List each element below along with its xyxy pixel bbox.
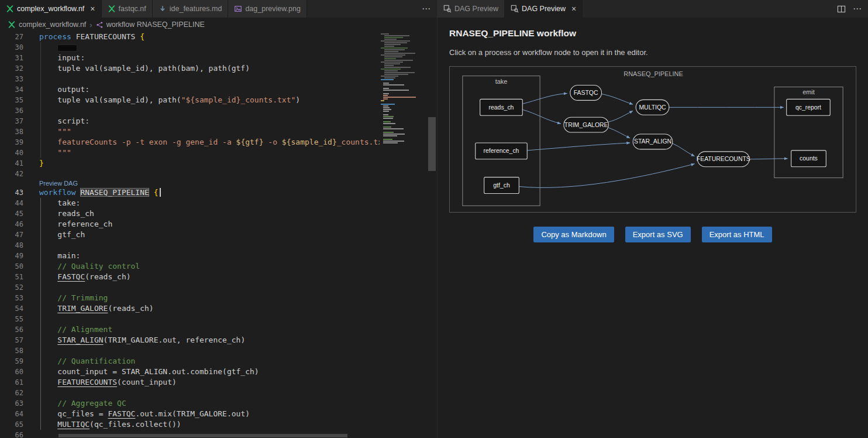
code-line-60[interactable]: 60 count_input = STAR_ALIGN.out.combine(… <box>0 367 437 377</box>
minimap[interactable] <box>380 32 422 438</box>
codelens-preview-dag[interactable]: Preview DAG <box>39 179 437 187</box>
code-line-62[interactable]: 62 <box>0 388 437 398</box>
tab-dag-preview[interactable]: DAG Preview <box>438 0 505 18</box>
editor-group-right: DAG PreviewDAG Preview× ⋯ RNASEQ_PIPELIN… <box>438 0 868 438</box>
dag-node-gtf_ch[interactable]: gtf_ch <box>484 177 519 194</box>
code-line-42[interactable]: 42 <box>0 169 437 179</box>
code-line-44[interactable]: 44 take: <box>0 198 437 208</box>
line-number: 63 <box>0 398 23 409</box>
dag-node-STAR_ALIGN[interactable]: STAR_ALIGN <box>633 134 673 149</box>
code-line-30[interactable]: 30 <box>0 42 437 53</box>
code-line-35[interactable]: 35 tuple val(sample_id), path("${sample_… <box>0 95 437 105</box>
tab-ide-features-md[interactable]: ide_features.md <box>153 0 229 18</box>
code-line-57[interactable]: 57 STAR_ALIGN(TRIM_GALORE.out, reference… <box>0 335 437 345</box>
split-editor-icon[interactable] <box>837 5 846 13</box>
code-line-31[interactable]: 31 input: <box>0 53 437 63</box>
code-line-38[interactable]: 38 """ <box>0 126 437 137</box>
code-line-65[interactable]: 65 MULTIQC(qc_files.collect()) <box>0 419 437 430</box>
code-line-59[interactable]: 59 // Quantification <box>0 356 437 367</box>
line-text: // Quantification <box>39 356 135 367</box>
code-line-46[interactable]: 46 reference_ch <box>0 219 437 230</box>
dag-node-reads_ch[interactable]: reads_ch <box>480 99 523 115</box>
dag-node-FEATURECOUNTS[interactable]: FEATURECOUNTS <box>697 152 750 167</box>
line-text: count_input = STAR_ALIGN.out.combine(gtf… <box>39 367 259 377</box>
graph-label: RNASEQ_PIPELINE <box>624 70 683 77</box>
line-number: 45 <box>0 208 23 219</box>
line-number: 41 <box>0 158 23 169</box>
code-line-51[interactable]: 51 FASTQC(reads_ch) <box>0 272 437 282</box>
button-copy-as-markdown[interactable]: Copy as Markdown <box>533 227 614 242</box>
line-number: 42 <box>0 169 23 179</box>
line-number: 32 <box>0 63 23 74</box>
tab-dag-preview-active[interactable]: DAG Preview× <box>505 0 583 18</box>
tab-label: DAG Preview <box>454 5 498 13</box>
dag-edge-gtf_ch-FEATURECOUNTS <box>519 164 694 188</box>
code-line-41[interactable]: 41} <box>0 158 437 169</box>
code-line-39[interactable]: 39 featureCounts -p -t exon -g gene_id -… <box>0 137 437 148</box>
tab-dag-preview-png[interactable]: dag_preview.png <box>228 0 307 18</box>
line-text: // Alignment <box>39 324 112 335</box>
word-highlight: RNASEQ_PIPELINE <box>80 188 149 197</box>
chevron-right-icon: › <box>89 20 92 29</box>
dag-node-MULTIQC[interactable]: MULTIQC <box>636 100 669 115</box>
code-line-61[interactable]: 61 FEATURECOUNTS(count_input) <box>0 377 437 388</box>
code-line-63[interactable]: 63 // Aggregate QC <box>0 398 437 409</box>
code-line-52[interactable]: 52 <box>0 282 437 293</box>
line-number: 65 <box>0 419 23 430</box>
svg-text:MULTIQC: MULTIQC <box>639 104 666 111</box>
code-line-53[interactable]: 53 // Trimming <box>0 293 437 303</box>
nextflow-icon <box>8 20 16 29</box>
code-line-45[interactable]: 45 reads_ch <box>0 208 437 219</box>
tab-fastqc-nf[interactable]: fastqc.nf <box>102 0 153 18</box>
button-export-as-svg[interactable]: Export as SVG <box>625 227 691 242</box>
dag-node-qc_report[interactable]: qc_report <box>787 99 831 115</box>
workbench: complex_workflow.nf×fastqc.nfide_feature… <box>0 0 868 438</box>
dag-node-FASTQC[interactable]: FASTQC <box>570 85 602 101</box>
dag-node-counts[interactable]: counts <box>791 150 826 167</box>
dag-node-reference_ch[interactable]: reference_ch <box>476 143 527 159</box>
code-line-43[interactable]: 43workflow RNASEQ_PIPELINE { <box>0 187 437 198</box>
code-line-47[interactable]: 47 gtf_ch <box>0 230 437 240</box>
tab-bar-left: complex_workflow.nf×fastqc.nfide_feature… <box>0 0 437 18</box>
code-line-48[interactable]: 48 <box>0 240 437 251</box>
close-icon[interactable]: × <box>90 5 95 13</box>
dag-preview-panel: RNASEQ_PIPELINE workflow Click on a proc… <box>438 18 868 438</box>
dag-node-TRIM_GALORE[interactable]: TRIM_GALORE <box>564 117 609 132</box>
tab-bar-left-actions: ⋯ <box>416 0 437 18</box>
more-actions-icon[interactable]: ⋯ <box>853 4 862 14</box>
line-number: 27 <box>0 32 23 42</box>
line-number: 39 <box>0 137 23 148</box>
breadcrumb-file[interactable]: complex_workflow.nf <box>19 20 86 29</box>
code-line-49[interactable]: 49 main: <box>0 251 437 261</box>
code-editor[interactable]: 27process FEATURECOUNTS {30 31 input:32 … <box>0 32 437 438</box>
text-cursor <box>160 188 161 197</box>
code-line-56[interactable]: 56 // Alignment <box>0 324 437 335</box>
line-number: 64 <box>0 409 23 419</box>
code-line-37[interactable]: 37 script: <box>0 116 437 126</box>
code-line-34[interactable]: 34 output: <box>0 84 437 95</box>
code-line-64[interactable]: 64 qc_files = FASTQC.out.mix(TRIM_GALORE… <box>0 409 437 419</box>
code-line-33[interactable]: 33 <box>0 74 437 84</box>
dag-svg: RNASEQ_PIPELINEtakeemitreads_chreference… <box>450 67 856 212</box>
more-actions-icon[interactable]: ⋯ <box>422 4 431 14</box>
svg-text:reads_ch: reads_ch <box>489 104 514 111</box>
code-line-36[interactable]: 36 <box>0 105 437 116</box>
button-export-as-html[interactable]: Export as HTML <box>702 227 772 242</box>
line-text: main: <box>39 251 80 261</box>
code-line-40[interactable]: 40 """ <box>0 148 437 158</box>
tab-label: complex_workflow.nf <box>17 5 84 13</box>
code-line-55[interactable]: 55 <box>0 314 437 324</box>
code-line-27[interactable]: 27process FEATURECOUNTS { <box>0 32 437 42</box>
line-number: 37 <box>0 116 23 126</box>
code-line-32[interactable]: 32 tuple val(sample_id), path(bam), path… <box>0 63 437 74</box>
horizontal-scrollbar[interactable] <box>58 434 347 437</box>
tab-complex-workflow-nf[interactable]: complex_workflow.nf× <box>0 0 102 18</box>
vertical-scrollbar[interactable] <box>428 117 436 171</box>
code-line-50[interactable]: 50 // Quality control <box>0 261 437 272</box>
code-line-54[interactable]: 54 TRIM_GALORE(reads_ch) <box>0 303 437 314</box>
code-line-58[interactable]: 58 <box>0 345 437 356</box>
breadcrumb-symbol[interactable]: workflow RNASEQ_PIPELINE <box>106 20 205 29</box>
line-number: 60 <box>0 367 23 377</box>
close-icon[interactable]: × <box>571 5 576 13</box>
line-text: TRIM_GALORE(reads_ch) <box>39 303 154 314</box>
